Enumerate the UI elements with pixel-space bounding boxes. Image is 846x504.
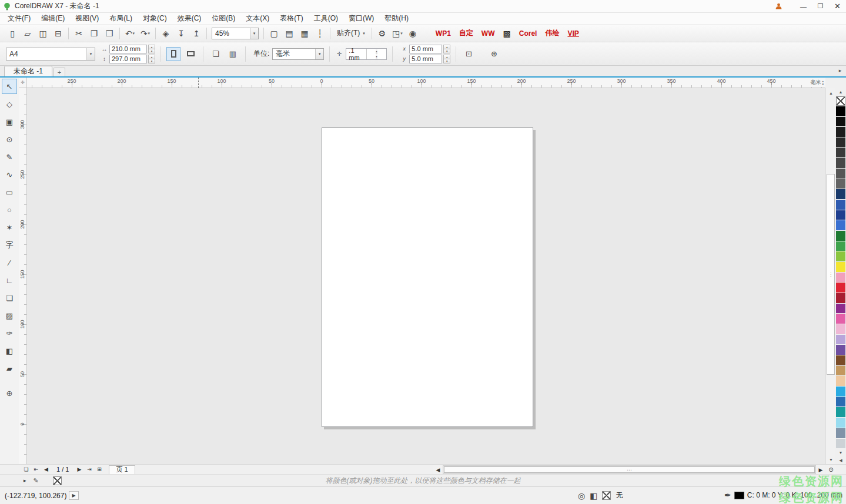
- rectangle-tool[interactable]: ▭: [2, 184, 17, 200]
- portrait-button[interactable]: [166, 47, 180, 61]
- application-launcher-button[interactable]: ◳▾: [390, 26, 405, 41]
- open-button[interactable]: ▱: [20, 26, 35, 41]
- menu-item-4[interactable]: 对象(C): [138, 12, 172, 25]
- more-tools-button[interactable]: ⊕: [2, 385, 17, 401]
- cut-button[interactable]: ✂: [71, 26, 86, 41]
- palette-scroll-down-button[interactable]: ▼: [836, 449, 845, 456]
- show-grid-button[interactable]: ▦: [297, 26, 312, 41]
- palette-color-32[interactable]: [836, 439, 845, 449]
- palette-color-11[interactable]: [836, 220, 845, 230]
- vertical-ruler[interactable]: 300250200150100500: [19, 88, 27, 464]
- palette-color-14[interactable]: [836, 251, 845, 261]
- palette-color-9[interactable]: [836, 200, 845, 210]
- print-button[interactable]: ⊟: [51, 26, 66, 41]
- page-options-icon[interactable]: ❏: [21, 465, 31, 474]
- nudge-offset-input[interactable]: .1 mm ▴▾: [346, 48, 387, 60]
- current-page-button[interactable]: ▥: [226, 47, 240, 61]
- palette-color-15[interactable]: [836, 262, 845, 272]
- page-width-input[interactable]: 210.0 mm: [109, 45, 147, 53]
- page-height-input[interactable]: 297.0 mm: [109, 55, 147, 63]
- horizontal-ruler[interactable]: 2502001501005005010015020025030035040045…: [27, 78, 825, 88]
- pick-tool[interactable]: ↖: [2, 79, 17, 94]
- save-button[interactable]: ◫: [35, 26, 51, 41]
- palette-color-22[interactable]: [836, 335, 845, 345]
- document-tab[interactable]: 未命名 -1: [4, 66, 52, 76]
- horizontal-scrollbar-thumb[interactable]: ⋯: [444, 466, 815, 473]
- landscape-button[interactable]: [183, 47, 198, 61]
- next-page-button[interactable]: ▶: [74, 465, 84, 474]
- horizontal-scrollbar[interactable]: ⋯: [443, 465, 816, 474]
- menu-item-7[interactable]: 文本(X): [240, 12, 275, 25]
- ruler-origin-button[interactable]: ✛: [19, 78, 27, 88]
- interactive-fill-tool[interactable]: ◧: [2, 343, 17, 358]
- plugin-vip-button[interactable]: VIP: [567, 29, 579, 38]
- palette-color-0[interactable]: [836, 106, 845, 116]
- palette-color-13[interactable]: [836, 241, 845, 251]
- snap-to-dropdown[interactable]: 贴齐(T) ▾: [333, 26, 369, 41]
- plugin-ww-button[interactable]: WW: [481, 29, 495, 38]
- color-proof-icon[interactable]: ◎: [578, 491, 585, 500]
- chevron-down-icon[interactable]: ▾: [250, 28, 258, 39]
- export-button[interactable]: ↥: [189, 26, 204, 41]
- paste-button[interactable]: ❒: [102, 26, 117, 41]
- vertical-scrollbar[interactable]: ▲ ⋮ ▼: [825, 88, 835, 464]
- plugin-自定-button[interactable]: 自定: [459, 28, 473, 38]
- chevron-down-icon[interactable]: ▾: [315, 49, 323, 59]
- show-rulers-button[interactable]: ▤: [282, 26, 297, 41]
- vertical-scrollbar-thumb[interactable]: ⋮: [827, 174, 835, 375]
- eyedropper-pen-icon[interactable]: ✎: [34, 477, 39, 485]
- close-button[interactable]: ✕: [829, 0, 846, 12]
- palette-color-7[interactable]: [836, 179, 845, 189]
- page-size-select[interactable]: A4 ▾: [6, 48, 95, 61]
- palette-color-23[interactable]: [836, 345, 845, 355]
- copy-button[interactable]: ❐: [86, 26, 102, 41]
- menu-item-5[interactable]: 效果(C): [172, 12, 207, 25]
- palette-color-30[interactable]: [836, 418, 845, 428]
- options-button[interactable]: ⚙: [374, 26, 390, 41]
- polygon-tool[interactable]: ✶: [2, 220, 17, 235]
- color-eyedropper-tool[interactable]: ✑: [2, 325, 17, 341]
- menu-item-1[interactable]: 编辑(E): [36, 12, 70, 25]
- drawing-canvas[interactable]: [27, 88, 825, 464]
- fullscreen-preview-button[interactable]: ▢: [266, 26, 282, 41]
- undo-button[interactable]: ↶▾: [122, 26, 138, 41]
- palette-color-20[interactable]: [836, 314, 845, 324]
- palette-color-19[interactable]: [836, 304, 845, 314]
- palette-color-24[interactable]: [836, 355, 845, 365]
- tab-scroll-right-button[interactable]: ▸: [836, 66, 844, 75]
- freehand-tool[interactable]: ✎: [2, 149, 17, 164]
- scroll-down-button[interactable]: ▼: [826, 455, 836, 464]
- qr-code-icon[interactable]: ▩: [503, 29, 511, 38]
- first-page-button[interactable]: ⇤: [31, 465, 41, 474]
- fill-bucket-icon[interactable]: ◧: [590, 491, 597, 500]
- page-tab[interactable]: 页 1: [109, 465, 135, 474]
- text-tool[interactable]: 字: [2, 237, 17, 253]
- duplicate-x-spinner[interactable]: ▴▾: [443, 45, 450, 53]
- palette-color-26[interactable]: [836, 376, 845, 386]
- palette-color-8[interactable]: [836, 189, 845, 199]
- menu-item-3[interactable]: 布局(L): [104, 12, 138, 25]
- units-select[interactable]: 毫米 ▾: [272, 48, 324, 60]
- zoom-tool[interactable]: ⊙: [2, 132, 17, 147]
- palette-expand-button[interactable]: ◀: [836, 456, 845, 464]
- palette-color-17[interactable]: [836, 283, 845, 293]
- import-button[interactable]: ↧: [173, 26, 189, 41]
- palette-color-27[interactable]: [836, 387, 845, 397]
- menu-item-2[interactable]: 视图(V): [70, 12, 104, 25]
- palette-color-4[interactable]: [836, 148, 845, 158]
- palette-color-18[interactable]: [836, 293, 845, 303]
- menu-item-0[interactable]: 文件(F): [2, 12, 36, 25]
- crop-tool[interactable]: ▣: [2, 114, 17, 129]
- plugin-corel-button[interactable]: Corel: [519, 29, 537, 38]
- palette-no-color-swatch[interactable]: [836, 96, 845, 106]
- previous-page-button[interactable]: ◀: [41, 465, 51, 474]
- pan-zoom-button[interactable]: ⊙: [826, 465, 836, 474]
- artistic-media-tool[interactable]: ∿: [2, 167, 17, 182]
- restore-button[interactable]: ❐: [812, 0, 829, 12]
- duplicate-y-input[interactable]: 5.0 mm: [409, 55, 442, 63]
- center-page-button[interactable]: ⊕: [487, 47, 501, 61]
- palette-color-31[interactable]: [836, 428, 845, 438]
- palette-color-25[interactable]: [836, 366, 845, 376]
- palette-color-29[interactable]: [836, 407, 845, 417]
- palette-color-12[interactable]: [836, 231, 845, 241]
